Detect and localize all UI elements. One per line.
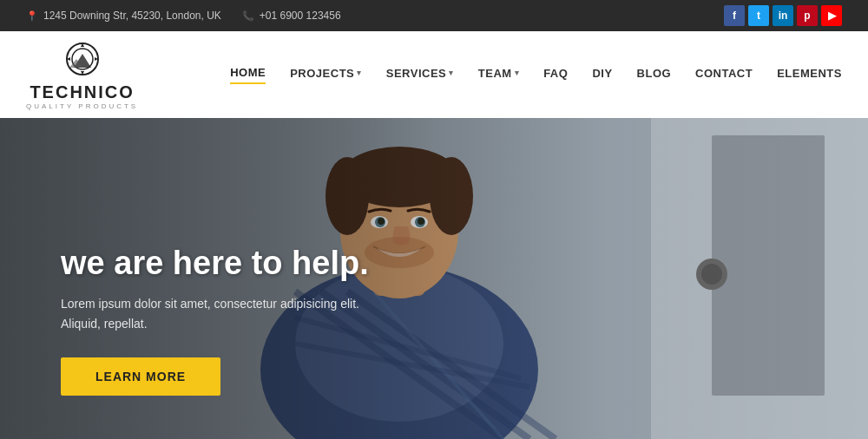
pinterest-icon[interactable]: p	[797, 5, 818, 26]
chevron-down-icon: ▾	[515, 69, 520, 77]
hero-content: we are here to help. Lorem ipsum dolor s…	[0, 245, 451, 439]
chevron-down-icon: ▾	[449, 69, 454, 77]
nav-link-faq[interactable]: FAQ	[543, 67, 568, 83]
logo-svg	[56, 40, 108, 83]
hero-heading: we are here to help.	[61, 245, 391, 283]
nav-item-team[interactable]: TEAM ▾	[478, 67, 519, 83]
hero-section: we are here to help. Lorem ipsum dolor s…	[0, 118, 868, 439]
nav-item-services[interactable]: SERVICES ▾	[386, 67, 454, 83]
top-bar-contact-info: 📍 1245 Downing Str, 45230, London, UK 📞 …	[26, 10, 341, 22]
header: TECHNICO QUALITY PRODUCTS HOME PROJECTS …	[0, 31, 868, 118]
nav-item-faq[interactable]: FAQ	[543, 67, 568, 83]
nav-link-projects[interactable]: PROJECTS ▾	[290, 67, 362, 83]
facebook-icon[interactable]: f	[724, 5, 745, 26]
twitter-icon[interactable]: t	[748, 5, 769, 26]
address-item: 📍 1245 Downing Str, 45230, London, UK	[26, 10, 221, 22]
nav-item-contact[interactable]: CONTACT	[695, 67, 753, 83]
phone-item: 📞 +01 6900 123456	[242, 10, 341, 22]
nav-link-home[interactable]: HOME	[230, 66, 266, 84]
linkedin-icon[interactable]: in	[773, 5, 793, 26]
nav-link-diy[interactable]: DIY	[592, 67, 612, 83]
nav-item-diy[interactable]: DIY	[592, 67, 612, 83]
nav-item-projects[interactable]: PROJECTS ▾	[290, 67, 362, 83]
phone-icon: 📞	[242, 10, 254, 22]
nav-link-services[interactable]: SERVICES ▾	[386, 67, 454, 83]
logo-text: TECHNICO	[30, 83, 134, 101]
youtube-icon[interactable]: ▶	[821, 5, 842, 26]
nav-link-contact[interactable]: CONTACT	[695, 67, 753, 83]
nav-link-elements[interactable]: ELEMENTS	[777, 67, 842, 83]
chevron-down-icon: ▾	[357, 69, 362, 77]
nav-item-blog[interactable]: BLOG	[637, 67, 672, 83]
nav-link-team[interactable]: TEAM ▾	[478, 67, 519, 83]
top-bar: 📍 1245 Downing Str, 45230, London, UK 📞 …	[0, 0, 868, 31]
location-icon: 📍	[26, 10, 38, 22]
nav-link-blog[interactable]: BLOG	[637, 67, 672, 83]
logo-sub: QUALITY PRODUCTS	[26, 102, 138, 110]
learn-more-button[interactable]: learn more	[61, 357, 220, 396]
hero-subtext: Lorem ipsum dolor sit amet, consectetur …	[61, 294, 391, 333]
nav-item-home[interactable]: HOME	[230, 66, 266, 84]
logo[interactable]: TECHNICO QUALITY PRODUCTS	[26, 40, 138, 110]
nav-item-elements[interactable]: ELEMENTS	[777, 67, 842, 83]
address-text: 1245 Downing Str, 45230, London, UK	[43, 10, 221, 22]
main-nav: HOME PROJECTS ▾ SERVICES ▾ TEAM ▾ FAQ DI…	[230, 66, 842, 84]
social-icons-group: f t in p ▶	[724, 5, 842, 26]
phone-text: +01 6900 123456	[260, 10, 341, 22]
